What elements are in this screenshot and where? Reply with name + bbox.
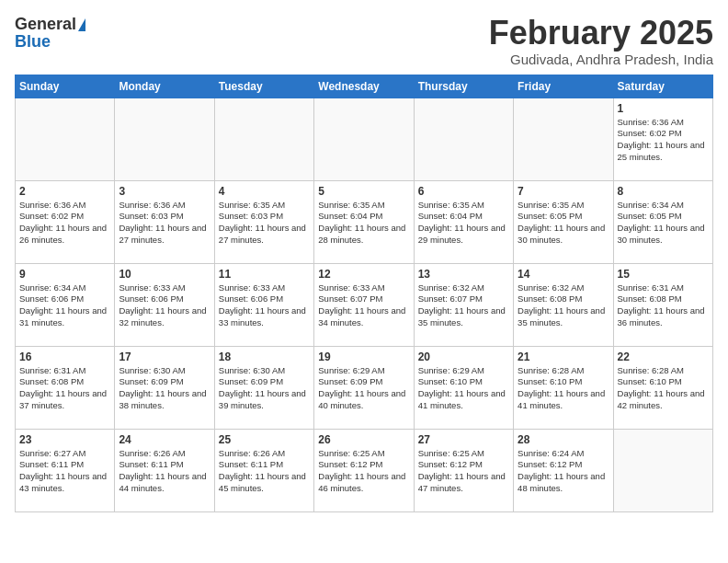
col-header-sunday: Sunday [16,75,115,98]
day-number: 20 [418,350,509,363]
day-number: 14 [518,268,609,281]
day-number: 8 [618,185,709,198]
day-number: 18 [219,350,310,363]
calendar-cell: 17Sunrise: 6:30 AMSunset: 6:09 PMDayligh… [115,346,214,429]
calendar-cell: 7Sunrise: 6:35 AMSunset: 6:05 PMDaylight… [514,180,613,263]
col-header-thursday: Thursday [414,75,513,98]
calendar-cell: 10Sunrise: 6:33 AMSunset: 6:06 PMDayligh… [115,263,214,346]
day-number: 22 [618,350,709,363]
calendar-cell: 19Sunrise: 6:29 AMSunset: 6:09 PMDayligh… [314,346,414,429]
calendar-week-2: 9Sunrise: 6:34 AMSunset: 6:06 PMDaylight… [16,263,713,346]
day-number: 17 [119,350,210,363]
day-number: 4 [219,185,310,198]
calendar-cell: 6Sunrise: 6:35 AMSunset: 6:04 PMDaylight… [414,180,513,263]
calendar-cell: 9Sunrise: 6:34 AMSunset: 6:06 PMDaylight… [16,263,115,346]
day-info: Sunrise: 6:35 AMSunset: 6:03 PMDaylight:… [219,200,310,247]
col-header-saturday: Saturday [613,75,712,98]
day-number: 6 [418,185,509,198]
day-info: Sunrise: 6:35 AMSunset: 6:04 PMDaylight:… [418,200,509,247]
day-number: 2 [19,185,110,198]
calendar-cell: 18Sunrise: 6:30 AMSunset: 6:09 PMDayligh… [214,346,313,429]
calendar-cell [115,98,214,180]
day-number: 11 [219,268,310,281]
logo-triangle-icon [78,18,85,31]
day-number: 12 [318,268,409,281]
calendar-subtitle: Gudivada, Andhra Pradesh, India [489,52,713,67]
day-number: 15 [618,268,709,281]
calendar-cell: 11Sunrise: 6:33 AMSunset: 6:06 PMDayligh… [214,263,313,346]
calendar-cell: 12Sunrise: 6:33 AMSunset: 6:07 PMDayligh… [314,263,414,346]
calendar-cell: 4Sunrise: 6:35 AMSunset: 6:03 PMDaylight… [214,180,313,263]
day-number: 3 [119,185,210,198]
calendar-cell: 27Sunrise: 6:25 AMSunset: 6:12 PMDayligh… [414,429,513,511]
day-info: Sunrise: 6:36 AMSunset: 6:02 PMDaylight:… [19,200,110,247]
day-info: Sunrise: 6:33 AMSunset: 6:06 PMDaylight:… [119,282,210,329]
col-header-friday: Friday [514,75,613,98]
day-info: Sunrise: 6:27 AMSunset: 6:11 PMDaylight:… [19,448,110,495]
title-block: February 2025 Gudivada, Andhra Pradesh, … [489,15,713,67]
calendar-cell: 24Sunrise: 6:26 AMSunset: 6:11 PMDayligh… [115,429,214,511]
day-info: Sunrise: 6:36 AMSunset: 6:02 PMDaylight:… [618,117,709,164]
day-info: Sunrise: 6:30 AMSunset: 6:09 PMDaylight:… [219,365,310,412]
day-info: Sunrise: 6:32 AMSunset: 6:07 PMDaylight:… [418,282,509,329]
logo-general-text: General [15,15,76,34]
col-header-wednesday: Wednesday [314,75,414,98]
calendar-cell [514,98,613,180]
day-info: Sunrise: 6:32 AMSunset: 6:08 PMDaylight:… [518,282,609,329]
day-number: 5 [318,185,409,198]
calendar-cell: 13Sunrise: 6:32 AMSunset: 6:07 PMDayligh… [414,263,513,346]
calendar-header-row: SundayMondayTuesdayWednesdayThursdayFrid… [16,75,713,98]
day-info: Sunrise: 6:26 AMSunset: 6:11 PMDaylight:… [219,448,310,495]
calendar-cell [314,98,414,180]
day-number: 16 [19,350,110,363]
calendar-cell: 8Sunrise: 6:34 AMSunset: 6:05 PMDaylight… [613,180,712,263]
calendar-cell [414,98,513,180]
calendar-cell: 22Sunrise: 6:28 AMSunset: 6:10 PMDayligh… [613,346,712,429]
day-number: 26 [318,433,409,446]
day-number: 27 [418,433,509,446]
day-info: Sunrise: 6:26 AMSunset: 6:11 PMDaylight:… [119,448,210,495]
calendar-cell: 25Sunrise: 6:26 AMSunset: 6:11 PMDayligh… [214,429,313,511]
day-info: Sunrise: 6:28 AMSunset: 6:10 PMDaylight:… [618,365,709,412]
calendar-cell: 21Sunrise: 6:28 AMSunset: 6:10 PMDayligh… [514,346,613,429]
day-info: Sunrise: 6:33 AMSunset: 6:07 PMDaylight:… [318,282,409,329]
day-info: Sunrise: 6:36 AMSunset: 6:03 PMDaylight:… [119,200,210,247]
day-info: Sunrise: 6:31 AMSunset: 6:08 PMDaylight:… [19,365,110,412]
col-header-monday: Monday [115,75,214,98]
day-number: 24 [119,433,210,446]
day-number: 23 [19,433,110,446]
day-number: 21 [518,350,609,363]
day-number: 9 [19,268,110,281]
day-info: Sunrise: 6:35 AMSunset: 6:04 PMDaylight:… [318,200,409,247]
day-number: 13 [418,268,509,281]
calendar-cell [214,98,313,180]
day-info: Sunrise: 6:30 AMSunset: 6:09 PMDaylight:… [119,365,210,412]
calendar-week-1: 2Sunrise: 6:36 AMSunset: 6:02 PMDaylight… [16,180,713,263]
day-info: Sunrise: 6:28 AMSunset: 6:10 PMDaylight:… [518,365,609,412]
calendar-cell: 23Sunrise: 6:27 AMSunset: 6:11 PMDayligh… [16,429,115,511]
day-info: Sunrise: 6:33 AMSunset: 6:06 PMDaylight:… [219,282,310,329]
calendar-cell: 26Sunrise: 6:25 AMSunset: 6:12 PMDayligh… [314,429,414,511]
day-number: 28 [518,433,609,446]
day-number: 10 [119,268,210,281]
day-info: Sunrise: 6:25 AMSunset: 6:12 PMDaylight:… [418,448,509,495]
day-number: 19 [318,350,409,363]
calendar-cell: 5Sunrise: 6:35 AMSunset: 6:04 PMDaylight… [314,180,414,263]
day-info: Sunrise: 6:31 AMSunset: 6:08 PMDaylight:… [618,282,709,329]
calendar-cell: 16Sunrise: 6:31 AMSunset: 6:08 PMDayligh… [16,346,115,429]
logo-blue-text: Blue [15,32,51,52]
day-number: 7 [518,185,609,198]
day-info: Sunrise: 6:24 AMSunset: 6:12 PMDaylight:… [518,448,609,495]
day-info: Sunrise: 6:25 AMSunset: 6:12 PMDaylight:… [318,448,409,495]
calendar-cell: 20Sunrise: 6:29 AMSunset: 6:10 PMDayligh… [414,346,513,429]
calendar-cell: 1Sunrise: 6:36 AMSunset: 6:02 PMDaylight… [613,98,712,180]
day-number: 25 [219,433,310,446]
day-info: Sunrise: 6:34 AMSunset: 6:06 PMDaylight:… [19,282,110,329]
calendar-cell [613,429,712,511]
calendar-cell: 14Sunrise: 6:32 AMSunset: 6:08 PMDayligh… [514,263,613,346]
calendar-week-3: 16Sunrise: 6:31 AMSunset: 6:08 PMDayligh… [16,346,713,429]
calendar-cell: 15Sunrise: 6:31 AMSunset: 6:08 PMDayligh… [613,263,712,346]
day-info: Sunrise: 6:34 AMSunset: 6:05 PMDaylight:… [618,200,709,247]
calendar-cell: 2Sunrise: 6:36 AMSunset: 6:02 PMDaylight… [16,180,115,263]
calendar-cell: 3Sunrise: 6:36 AMSunset: 6:03 PMDaylight… [115,180,214,263]
